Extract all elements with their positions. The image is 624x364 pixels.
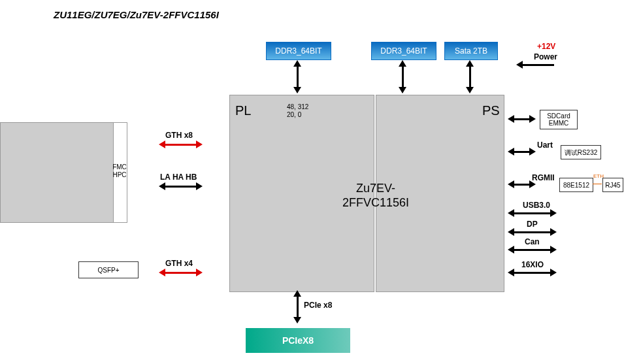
arrow-up-icon (293, 290, 301, 297)
arrow-down-icon (293, 317, 301, 323)
lahahb-label: LA HA HB (160, 173, 197, 182)
chip-name-line1: Zu7EV- (327, 182, 425, 195)
arrow-right-icon (196, 269, 203, 276)
arrow-right-icon (550, 228, 557, 236)
arrow-line-icon (514, 231, 550, 233)
sdcard-line1: SDCard (547, 112, 570, 120)
can-label: Can (525, 237, 540, 246)
gth-x4-label: GTH x4 (165, 259, 193, 268)
arrow-line-icon (402, 65, 404, 88)
arrow-left-icon (508, 115, 514, 123)
ps-label: PS (482, 103, 500, 118)
xio-label: 16XIO (521, 260, 544, 269)
diagram-title: ZU11EG/ZU7EG/Zu7EV-2FFVC1156I (54, 9, 219, 20)
arrow-right-icon (550, 209, 557, 217)
arrow-line-icon (165, 144, 196, 146)
fmc-connector-block (0, 122, 127, 223)
chip-name-line2: 2FFVC1156I (327, 196, 425, 210)
coords-row2: 20, 0 (287, 111, 301, 118)
fmc-label-2: HPC (112, 171, 127, 178)
arrow-left-icon (159, 182, 165, 190)
arrow-right-icon (529, 148, 536, 156)
rs232-box: 调试RS232 (561, 145, 601, 159)
arrow-right-icon (529, 115, 536, 123)
arrow-line-icon (521, 64, 554, 66)
arrow-line-icon (297, 295, 299, 318)
arrow-up-icon (293, 60, 301, 67)
fmc-label-1: FMC (112, 163, 127, 171)
arrow-right-icon (196, 141, 203, 148)
arrow-line-icon (469, 65, 471, 88)
arrow-right-icon (550, 246, 557, 254)
uart-label: Uart (537, 141, 553, 150)
arrow-left-icon (508, 228, 514, 236)
pcie-box: PCIeX8 (246, 328, 350, 353)
usb-label: USB3.0 (523, 201, 550, 210)
arrow-line-icon (514, 184, 529, 186)
arrow-down-icon (466, 87, 474, 93)
sdcard-box: SDCard EMMC (540, 110, 578, 129)
sata-box: Sata 2TB (444, 42, 498, 60)
arrow-line-icon (165, 272, 196, 274)
arrow-left-icon (508, 209, 514, 217)
arrow-line-icon (514, 249, 550, 251)
arrow-left-icon (508, 246, 514, 254)
arrow-line-icon (514, 151, 529, 153)
pl-label: PL (235, 103, 251, 118)
phy-box: 88E1512 (559, 178, 593, 192)
eth-line-icon (593, 184, 602, 184)
arrow-line-icon (165, 186, 196, 188)
pcie-label: PCIe x8 (304, 301, 332, 310)
ddr3-pl-box: DDR3_64BIT (266, 42, 331, 60)
arrow-up-icon (399, 60, 406, 67)
arrow-left-icon (159, 269, 165, 276)
power-label: Power (534, 52, 557, 61)
coords-row1: 48, 312 (287, 103, 308, 110)
arrow-line-icon (514, 118, 529, 120)
arrow-left-icon (159, 141, 165, 148)
arrow-right-icon (550, 269, 557, 276)
arrow-down-icon (399, 87, 406, 93)
arrow-left-icon (516, 61, 523, 69)
arrow-down-icon (293, 87, 301, 93)
rgmii-label: RGMII (532, 173, 555, 182)
ddr3-ps-box: DDR3_64BIT (371, 42, 436, 60)
gth-x8-label: GTH x8 (165, 131, 193, 140)
arrow-left-icon (508, 269, 514, 276)
arrow-left-icon (508, 180, 514, 188)
arrow-right-icon (196, 182, 203, 190)
rj45-box: RJ45 (602, 178, 623, 192)
qsfp-box: QSFP+ (78, 261, 139, 278)
arrow-line-icon (297, 65, 299, 88)
arrow-line-icon (514, 272, 550, 274)
power-voltage-label: +12V (537, 42, 555, 51)
dp-label: DP (527, 220, 538, 229)
arrow-up-icon (466, 60, 474, 67)
sdcard-line2: EMMC (549, 120, 569, 127)
arrow-left-icon (508, 148, 514, 156)
arrow-line-icon (514, 212, 550, 214)
